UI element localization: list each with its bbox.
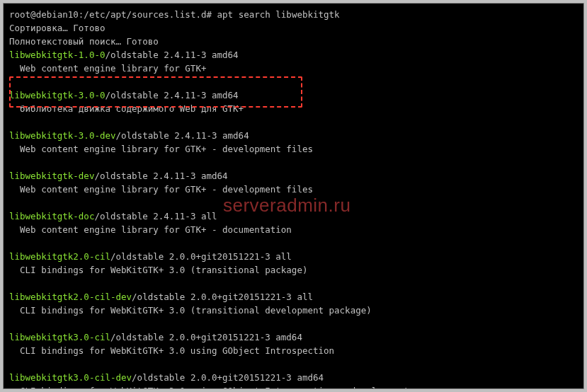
package-header: libwebkitgtk-3.0-0/oldstable 2.4.11-3 am… [9,88,578,102]
package-name: libwebkitgtk3.0-cil [9,332,110,342]
package-name: libwebkitgtk2.0-cil [9,251,110,262]
spacer [9,357,578,371]
spacer [9,156,578,169]
package-description: CLI bindings for WebKitGTK+ 3.0 (transit… [9,304,578,317]
package-name: libwebkitgtk2.0-cil-dev [9,292,132,302]
prompt-line: root@debian10:/etc/apt/sources.list.d# a… [9,8,578,21]
spacer [9,196,578,209]
spacer [9,236,578,250]
status-fulltext: Полнотекстовый поиск… Готово [9,35,578,48]
spacer [9,75,578,88]
package-description: CLI bindings for WebKitGTK+ 3.0 using GO… [9,384,578,389]
package-description: Web content engine library for GTK+ - de… [9,183,578,196]
package-suite: /oldstable 2.4.11-3 amd64 [116,130,249,141]
package-suite: /oldstable 2.4.11-3 amd64 [105,50,238,60]
package-description: библиотека движка содержимого Web для GT… [9,102,578,115]
package-header: libwebkitgtk3.0-cil-dev/oldstable 2.0.0+… [9,371,578,384]
spacer [9,317,578,330]
package-header: libwebkitgtk-1.0-0/oldstable 2.4.11-3 am… [9,48,578,62]
package-suite: /oldstable 2.4.11-3 amd64 [105,90,238,100]
package-header: libwebkitgtk-dev/oldstable 2.4.11-3 amd6… [9,169,578,183]
terminal-window[interactable]: root@debian10:/etc/apt/sources.list.d# a… [3,3,584,389]
package-suite: /oldstable 2.4.11-3 amd64 [94,171,227,181]
package-suite: /oldstable 2.0.0+git20151221-3 amd64 [110,332,302,342]
prompt-path: :/etc/apt/sources.list.d# [79,9,212,20]
status-sorting: Сортировка… Готово [9,21,578,35]
package-description: CLI bindings for WebKitGTK+ 3.0 (transit… [9,263,578,277]
package-suite: /oldstable 2.0.0+git20151221-3 amd64 [132,372,324,383]
package-suite: /oldstable 2.0.0+git20151221-3 all [132,292,313,302]
package-name: libwebkitgtk-3.0-0 [9,90,105,100]
package-header: libwebkitgtk2.0-cil/oldstable 2.0.0+git2… [9,250,578,263]
package-header: libwebkitgtk3.0-cil/oldstable 2.0.0+git2… [9,330,578,344]
package-description: Web content engine library for GTK+ - do… [9,223,578,236]
package-name: libwebkitgtk-1.0-0 [9,50,105,60]
package-header: libwebkitgtk2.0-cil-dev/oldstable 2.0.0+… [9,290,578,304]
spacer [9,277,578,290]
package-name: libwebkitgtk-doc [9,211,94,221]
package-suite: /oldstable 2.4.11-3 all [94,211,217,221]
spacer [9,115,578,129]
package-description: Web content engine library for GTK+ - de… [9,142,578,156]
package-description: CLI bindings for WebKitGTK+ 3.0 using GO… [9,344,578,357]
package-description: Web content engine library for GTK+ [9,62,578,75]
package-suite: /oldstable 2.0.0+git20151221-3 all [110,251,292,262]
package-name: libwebkitgtk-dev [9,171,94,181]
package-header: libwebkitgtk-3.0-dev/oldstable 2.4.11-3 … [9,129,578,142]
package-name: libwebkitgtk3.0-cil-dev [9,372,132,383]
prompt-user-host: root@debian10 [9,9,79,20]
package-header: libwebkitgtk-doc/oldstable 2.4.11-3 all [9,209,578,223]
package-name: libwebkitgtk-3.0-dev [9,130,116,141]
prompt-command: apt search libwebkitgtk [217,9,340,20]
